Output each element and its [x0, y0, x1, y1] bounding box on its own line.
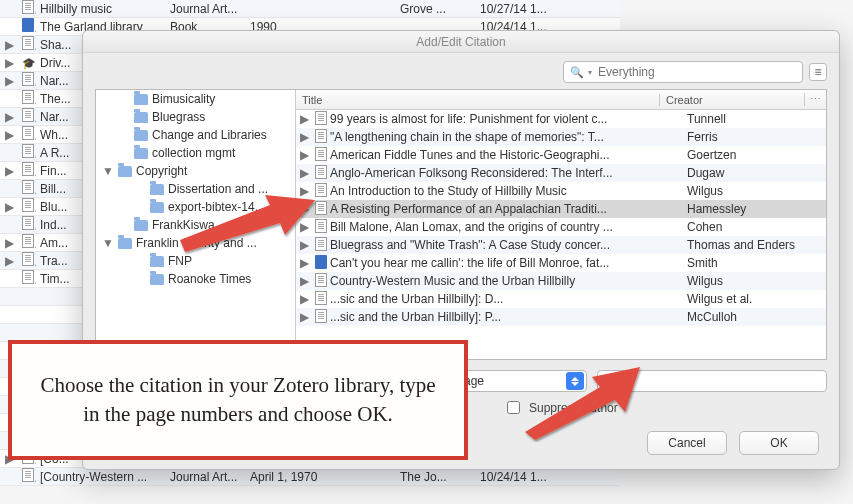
folder-icon	[134, 112, 148, 123]
item-title: Country-Western Music and the Urban Hill…	[330, 274, 681, 288]
citation-item[interactable]: ▶99 years is almost for life: Punishment…	[296, 110, 826, 128]
collection-label: collection mgmt	[152, 146, 295, 160]
svg-marker-0	[180, 195, 315, 252]
bg-publisher: Grove ...	[396, 2, 476, 16]
disclosure-triangle-icon: ▶	[296, 310, 312, 324]
view-options-button[interactable]: ≡	[809, 63, 827, 81]
item-creator: Cohen	[681, 220, 826, 234]
document-icon	[22, 36, 34, 50]
bg-date: 10/27/14 1...	[476, 2, 566, 16]
bg-date: 10/24/14 1...	[476, 470, 566, 484]
document-icon	[22, 126, 34, 140]
search-field[interactable]: 🔍 ▾	[563, 61, 803, 83]
folder-icon	[118, 238, 132, 249]
disclosure-triangle-icon: ▶	[0, 254, 18, 268]
document-icon	[22, 180, 34, 194]
disclosure-triangle-icon: ▶	[296, 292, 312, 306]
citation-item[interactable]: ▶American Fiddle Tunes and the Historic-…	[296, 146, 826, 164]
document-icon	[22, 216, 34, 230]
collection-label: Bimusicality	[152, 92, 295, 106]
disclosure-triangle-icon: ▶	[0, 110, 18, 124]
document-icon	[22, 108, 34, 122]
background-row[interactable]: Hillbilly musicJournal Art...Grove ...10…	[0, 0, 620, 18]
disclosure-triangle-icon: ▶	[296, 166, 312, 180]
item-creator: Dugaw	[681, 166, 826, 180]
document-icon	[22, 234, 34, 248]
folder-icon	[150, 202, 164, 213]
disclosure-triangle-icon: ▶	[0, 200, 18, 214]
collection-folder[interactable]: ▼Copyright	[96, 162, 295, 180]
collection-folder[interactable]: collection mgmt	[96, 144, 295, 162]
item-creator: McCulloh	[681, 310, 826, 324]
item-creator: Wilgus	[681, 274, 826, 288]
graduation-cap-icon	[22, 56, 36, 70]
items-header: Title Creator ⋯	[296, 90, 826, 110]
folder-icon	[134, 148, 148, 159]
citation-item[interactable]: ▶"A lengthening chain in the shape of me…	[296, 128, 826, 146]
citation-item[interactable]: ▶Bluegrass and "White Trash": A Case Stu…	[296, 236, 826, 254]
document-icon	[22, 90, 34, 104]
column-title[interactable]: Title	[296, 94, 659, 106]
item-creator: Thomas and Enders	[681, 238, 826, 252]
book-icon	[22, 18, 34, 32]
item-title: Bill Malone, Alan Lomax, and the origins…	[330, 220, 681, 234]
disclosure-triangle-icon: ▶	[0, 38, 18, 52]
bg-title: Hillbilly music	[36, 2, 166, 16]
citation-item[interactable]: ▶Can't you hear me callin': the life of …	[296, 254, 826, 272]
bg-type: Journal Art...	[166, 470, 246, 484]
document-icon	[22, 0, 34, 14]
citation-item[interactable]: ▶An Introduction to the Study of Hillbil…	[296, 182, 826, 200]
instruction-text: Choose the citation in your Zotero libra…	[32, 371, 444, 430]
collection-label: Roanoke Times	[168, 272, 295, 286]
collection-label: Bluegrass	[152, 110, 295, 124]
annotation-arrow-1	[170, 190, 320, 260]
citation-item[interactable]: ▶A Resisting Performance of an Appalachi…	[296, 200, 826, 218]
suppress-author-checkbox[interactable]	[507, 401, 520, 414]
ok-button[interactable]: OK	[739, 431, 819, 455]
disclosure-triangle-icon: ▶	[0, 236, 18, 250]
document-icon	[22, 162, 34, 176]
annotation-arrow-2	[520, 362, 650, 442]
item-creator: Ferris	[681, 130, 826, 144]
citation-item[interactable]: ▶Anglo-American Folksong Reconsidered: T…	[296, 164, 826, 182]
items-pane: Title Creator ⋯ ▶99 years is almost for …	[296, 90, 826, 359]
disclosure-triangle-icon: ▶	[296, 274, 312, 288]
folder-icon	[134, 94, 148, 105]
disclosure-triangle-icon: ▶	[296, 130, 312, 144]
column-creator[interactable]: Creator	[659, 94, 804, 106]
items-list[interactable]: ▶99 years is almost for life: Punishment…	[296, 110, 826, 359]
folder-icon	[150, 184, 164, 195]
collection-folder[interactable]: Roanoke Times	[96, 270, 295, 288]
item-creator: Smith	[681, 256, 826, 270]
bg-type: Journal Art...	[166, 2, 246, 16]
cancel-button[interactable]: Cancel	[647, 431, 727, 455]
citation-item[interactable]: ▶...sic and the Urban Hillbilly]: P...Mc…	[296, 308, 826, 326]
item-title: Can't you hear me callin': the life of B…	[330, 256, 681, 270]
item-title: "A lengthening chain in the shape of mem…	[330, 130, 681, 144]
folder-icon	[134, 220, 148, 231]
item-title: American Fiddle Tunes and the Historic-G…	[330, 148, 681, 162]
disclosure-triangle-icon: ▶	[0, 128, 18, 142]
disclosure-triangle-icon: ▼	[102, 236, 114, 250]
search-input[interactable]	[596, 64, 796, 80]
document-icon	[315, 309, 327, 323]
document-icon	[22, 72, 34, 86]
citation-item[interactable]: ▶Country-Western Music and the Urban Hil…	[296, 272, 826, 290]
disclosure-triangle-icon: ▶	[0, 164, 18, 178]
bg-year: April 1, 1970	[246, 470, 396, 484]
collection-folder[interactable]: Change and Libraries	[96, 126, 295, 144]
document-icon	[315, 291, 327, 305]
collection-folder[interactable]: Bluegrass	[96, 108, 295, 126]
item-title: ...sic and the Urban Hillbilly]: P...	[330, 310, 681, 324]
search-icon: 🔍	[570, 66, 584, 79]
document-icon	[315, 111, 327, 125]
background-row[interactable]: [Country-Western ...Journal Art...April …	[0, 468, 620, 486]
bg-title: [Country-Western ...	[36, 470, 166, 484]
column-picker-icon[interactable]: ⋯	[804, 93, 826, 106]
disclosure-triangle-icon: ▼	[102, 164, 114, 178]
collection-folder[interactable]: Bimusicality	[96, 90, 295, 108]
citation-item[interactable]: ▶Bill Malone, Alan Lomax, and the origin…	[296, 218, 826, 236]
item-creator: Wilgus	[681, 184, 826, 198]
item-title: 99 years is almost for life: Punishment …	[330, 112, 681, 126]
citation-item[interactable]: ▶...sic and the Urban Hillbilly]: D...Wi…	[296, 290, 826, 308]
